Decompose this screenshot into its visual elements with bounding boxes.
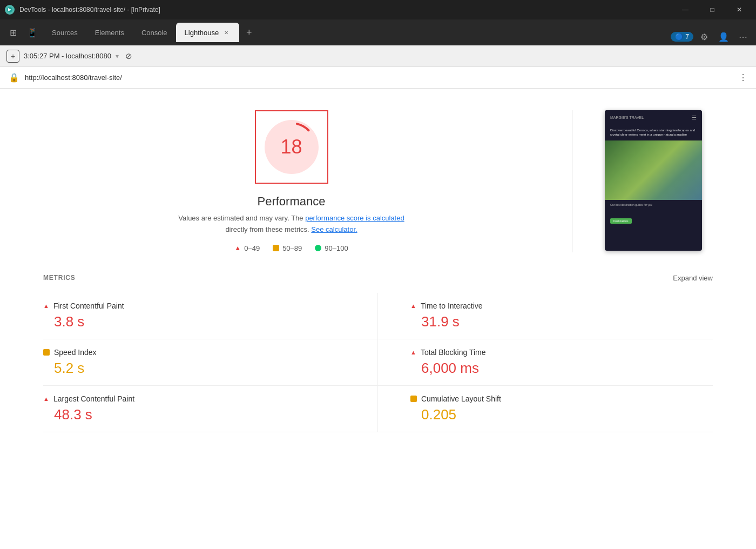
performance-title: Performance bbox=[258, 195, 326, 209]
metric-lcp-label-row: ▲ Largest Contentful Paint bbox=[43, 394, 345, 403]
metric-lcp-label: Largest Contentful Paint bbox=[53, 394, 134, 403]
add-tab-button[interactable]: + bbox=[241, 25, 256, 40]
performance-section: 18 Performance Values are estimated and … bbox=[0, 89, 756, 263]
toolbar-time: 3:05:27 PM - localhost:8080 bbox=[24, 52, 111, 60]
mock-badge: Destinations bbox=[610, 218, 632, 224]
legend-poor-range: 0–49 bbox=[244, 244, 260, 252]
metric-tbt-label: Total Blocking Time bbox=[421, 348, 486, 357]
expand-view-button[interactable]: Expand view bbox=[673, 274, 713, 282]
notification-count: 7 bbox=[685, 33, 689, 41]
mock-hero-image bbox=[605, 140, 702, 200]
tab-console[interactable]: Console bbox=[133, 23, 176, 42]
metric-cls-label-row: Cumulative Layout Shift bbox=[410, 394, 713, 403]
notification-icon: 🔵 bbox=[675, 33, 683, 41]
main-content[interactable]: 18 Performance Values are estimated and … bbox=[0, 89, 756, 549]
svg-point-2 bbox=[268, 123, 315, 171]
tab-elements[interactable]: Elements bbox=[86, 23, 133, 42]
tab-lighthouse[interactable]: Lighthouse ✕ bbox=[176, 23, 240, 42]
metric-si-label-row: Speed Index bbox=[43, 348, 345, 357]
screenshot-mock: MARGIE'S TRAVEL ☰ Discover beautiful Cor… bbox=[605, 110, 702, 251]
vertical-divider bbox=[572, 110, 572, 252]
toolbar: + 3:05:27 PM - localhost:8080 ▾ ⊘ bbox=[0, 45, 756, 67]
circle-icon bbox=[315, 245, 321, 251]
tabbar: ⊞ 📱 Sources Elements Console Lighthouse … bbox=[0, 19, 756, 45]
metric-si-icon bbox=[43, 349, 50, 356]
legend-poor: ▲ 0–49 bbox=[234, 244, 260, 252]
metric-tti-label-row: ▲ Time to Interactive bbox=[410, 302, 713, 310]
close-button[interactable]: ✕ bbox=[727, 0, 752, 19]
score-legend: ▲ 0–49 50–89 90–100 bbox=[234, 244, 348, 252]
metric-si-value: 5.2 s bbox=[54, 360, 345, 377]
notification-badge[interactable]: 🔵 7 bbox=[671, 32, 693, 42]
mock-header: MARGIE'S TRAVEL ☰ bbox=[605, 110, 702, 125]
perf-score-link[interactable]: performance score is calculated bbox=[305, 214, 404, 222]
metric-cls-value: 0.205 bbox=[421, 406, 713, 423]
mock-menu-icon: ☰ bbox=[692, 115, 697, 120]
metric-lcp-value: 48.3 s bbox=[54, 406, 345, 423]
metric-tbt-icon: ▲ bbox=[410, 349, 416, 356]
tabbar-right: 🔵 7 ⚙ 👤 ⋯ bbox=[671, 28, 752, 45]
titlebar: DevTools - localhost:8080/travel-site/ -… bbox=[0, 0, 756, 19]
mock-headline: Discover beautiful Corsica, where stunni… bbox=[605, 125, 702, 140]
legend-avg-range: 50–89 bbox=[282, 244, 302, 252]
legend-good: 90–100 bbox=[315, 244, 348, 252]
toolbar-add-button[interactable]: + bbox=[6, 50, 19, 63]
metric-lcp: ▲ Largest Contentful Paint 48.3 s bbox=[43, 386, 378, 432]
desc-mid: directly from these metrics. bbox=[225, 225, 311, 233]
titlebar-title: DevTools - localhost:8080/travel-site/ -… bbox=[19, 6, 160, 14]
titlebar-left: DevTools - localhost:8080/travel-site/ -… bbox=[4, 4, 160, 15]
metric-fcp-value: 3.8 s bbox=[54, 313, 345, 330]
tab-group: ⊞ 📱 Sources Elements Console Lighthouse … bbox=[4, 19, 256, 45]
score-arc-svg bbox=[265, 120, 319, 174]
desc-text: Values are estimated and may vary. The bbox=[178, 214, 305, 222]
device-icon[interactable]: 📱 bbox=[24, 24, 41, 41]
devtools-icon bbox=[4, 4, 15, 15]
toolbar-stop-button[interactable]: ⊘ bbox=[123, 50, 135, 62]
minimize-button[interactable]: — bbox=[673, 0, 698, 19]
titlebar-controls: — □ ✕ bbox=[673, 0, 752, 19]
more-icon[interactable]: ⋯ bbox=[734, 28, 752, 45]
tab-console-label: Console bbox=[141, 29, 167, 37]
square-icon bbox=[273, 245, 279, 251]
metric-cls-icon bbox=[410, 396, 417, 402]
metric-fcp: ▲ First Contentful Paint 3.8 s bbox=[43, 293, 378, 339]
tab-close-icon[interactable]: ✕ bbox=[222, 28, 231, 37]
metric-tbt-label-row: ▲ Total Blocking Time bbox=[410, 348, 713, 357]
security-icon: 🔒 bbox=[9, 72, 19, 83]
new-tab-icon[interactable]: ⊞ bbox=[4, 24, 22, 41]
score-box: 18 bbox=[255, 110, 328, 184]
tab-elements-label: Elements bbox=[95, 29, 124, 37]
performance-description: Values are estimated and may vary. The p… bbox=[178, 213, 405, 236]
metric-lcp-icon: ▲ bbox=[43, 396, 49, 402]
urlbar-more-icon[interactable]: ⋮ bbox=[739, 72, 747, 83]
user-icon[interactable]: 👤 bbox=[715, 28, 732, 45]
metric-tbt: ▲ Total Blocking Time 6,000 ms bbox=[378, 339, 713, 386]
legend-good-range: 90–100 bbox=[325, 244, 348, 252]
metrics-header: METRICS Expand view bbox=[43, 274, 713, 282]
url-display: http://localhost:8080/travel-site/ bbox=[25, 73, 733, 82]
metric-si-label: Speed Index bbox=[54, 348, 97, 357]
tab-sources[interactable]: Sources bbox=[43, 23, 86, 42]
tab-lighthouse-label: Lighthouse bbox=[185, 29, 219, 37]
maximize-button[interactable]: □ bbox=[700, 0, 725, 19]
metrics-grid: ▲ First Contentful Paint 3.8 s ▲ Time to… bbox=[43, 293, 713, 432]
metrics-section: METRICS Expand view ▲ First Contentful P… bbox=[0, 263, 756, 443]
mock-brand: MARGIE'S TRAVEL bbox=[610, 116, 644, 119]
metric-fcp-label: First Contentful Paint bbox=[53, 302, 124, 310]
calculator-link[interactable]: See calculator. bbox=[311, 225, 357, 233]
metric-tti-icon: ▲ bbox=[410, 303, 416, 309]
toolbar-dropdown[interactable]: ▾ bbox=[116, 52, 119, 60]
metric-tbt-value: 6,000 ms bbox=[421, 360, 713, 377]
screenshot-panel: MARGIE'S TRAVEL ☰ Discover beautiful Cor… bbox=[605, 110, 713, 251]
tab-sources-label: Sources bbox=[52, 29, 78, 37]
legend-average: 50–89 bbox=[273, 244, 302, 252]
triangle-icon: ▲ bbox=[234, 244, 241, 252]
mock-footer: Our best destination guides for you bbox=[605, 200, 702, 210]
urlbar: 🔒 http://localhost:8080/travel-site/ ⋮ bbox=[0, 67, 756, 89]
metric-cls: Cumulative Layout Shift 0.205 bbox=[378, 386, 713, 432]
score-circle: 18 bbox=[265, 120, 319, 174]
settings-icon[interactable]: ⚙ bbox=[696, 28, 713, 45]
metric-tti-label: Time to Interactive bbox=[421, 302, 483, 310]
metric-si: Speed Index 5.2 s bbox=[43, 339, 378, 386]
performance-left: 18 Performance Values are estimated and … bbox=[43, 110, 539, 252]
